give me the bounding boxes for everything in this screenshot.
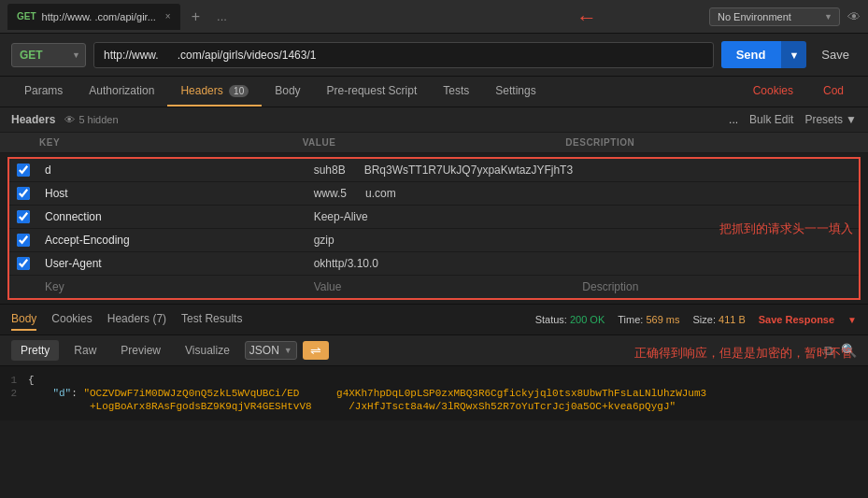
row-value-2: Keep-Alive [314, 210, 583, 223]
line-number-3 [0, 401, 28, 412]
nav-tabs-right: Cookies Cod [740, 77, 857, 107]
row-checkbox-2[interactable] [17, 210, 30, 223]
bottom-tab-headers[interactable]: Headers (7) [107, 308, 166, 331]
row-value-4: okhttp/3.10.0 [314, 257, 583, 270]
save-response-button[interactable]: Save Response [759, 314, 834, 325]
table-row: Accept-Encoding gzip [9, 229, 859, 252]
col-key: KEY [39, 137, 303, 148]
tab-headers[interactable]: Headers 10 [167, 77, 262, 107]
bottom-tab-cookies[interactable]: Cookies [51, 308, 92, 331]
row-checkbox-4[interactable] [17, 257, 30, 270]
table-row: Connection Keep-Alive [9, 206, 859, 229]
code-line-1: 1 { [0, 374, 868, 387]
tab-cookies[interactable]: Cookies [740, 77, 806, 107]
row-checkbox-0[interactable] [17, 164, 30, 177]
code-value-d-cont: +LogBoArx8RAsFgodsBZ9K9qjVR4GESHtvV8 /Jx… [90, 401, 676, 412]
section-more-icon: ... [729, 113, 738, 126]
save-response-arrow-icon: ▼ [847, 315, 857, 325]
table-row: Host www.5 u.com [9, 182, 859, 206]
tab-body[interactable]: Body [262, 77, 313, 107]
search-button[interactable]: 🔍 [841, 343, 857, 358]
time-value: 569 ms [646, 314, 679, 325]
url-input[interactable] [93, 42, 714, 68]
headers-title: Headers [11, 113, 55, 126]
top-bar: GET http://www. .com/api/gir... × + ... … [0, 0, 868, 34]
table-row: User-Agent okhttp/3.10.0 [9, 252, 859, 276]
hidden-badge: 👁 5 hidden [64, 114, 118, 125]
more-tabs-button[interactable]: ... [211, 9, 233, 23]
new-value-input[interactable] [314, 280, 583, 293]
code-key-d: "d" [52, 388, 71, 399]
eye-button[interactable]: 👁 [847, 9, 861, 24]
bottom-tab-body[interactable]: Body [11, 308, 36, 331]
new-key-input[interactable] [45, 280, 314, 293]
method-select[interactable]: GET [11, 43, 86, 67]
code-value-d: "OCZVDwF7iM0DWJzQ0nQ5zkL5WVqUBCi/ED g4XK… [83, 388, 706, 399]
line-number-2: 2 [0, 388, 28, 399]
status-label: Status: 200 OK [535, 314, 605, 325]
resp-tab-raw[interactable]: Raw [64, 340, 106, 361]
add-tab-button[interactable]: + [186, 8, 206, 25]
resp-tab-pretty[interactable]: Pretty [11, 340, 59, 361]
row-key-2: Connection [45, 210, 314, 223]
row-key-1: Host [45, 187, 314, 200]
response-annotation-text: 正确得到响应，但是是加密的，暂时不管 [634, 345, 853, 362]
resp-tab-preview[interactable]: Preview [111, 340, 170, 361]
code-line-3: +LogBoArx8RAsFgodsBZ9K9qjVR4GESHtvV8 /Jx… [0, 400, 868, 413]
topbar-right: No Environment ▼ 👁 [709, 7, 861, 26]
env-selector-wrapper: No Environment ▼ [709, 7, 840, 26]
code-line-2: 2 "d": "OCZVDwF7iM0DWJzQ0nQ5zkL5WVqUBCi/… [0, 387, 868, 400]
headers-section-bar: Headers 👁 5 hidden ... Bulk Edit Presets… [0, 107, 868, 133]
response-toolbar: Pretty Raw Preview Visualize JSON XML HT… [0, 335, 868, 366]
bottom-nav: Body Cookies Headers (7) Test Results St… [0, 304, 868, 335]
tab-params[interactable]: Params [11, 77, 76, 107]
row-checkbox-3[interactable] [17, 234, 30, 247]
eye-icon: 👁 [64, 114, 75, 125]
bottom-tab-test-results[interactable]: Test Results [181, 308, 242, 331]
format-select-wrapper: JSON XML HTML Text ▼ [245, 341, 297, 360]
env-select[interactable]: No Environment [709, 7, 840, 26]
status-value: 200 OK [570, 314, 605, 325]
tab-url-label: http://www. .com/api/gir... [42, 11, 156, 22]
presets-button[interactable]: Presets ▼ [804, 113, 857, 126]
tab-close-icon[interactable]: × [165, 11, 171, 21]
tab-settings[interactable]: Settings [482, 77, 548, 107]
send-button[interactable]: Send [721, 41, 781, 68]
format-arrow-icon: ▼ [284, 346, 292, 355]
table-row: d suh8B BRq3WsTT1R7UkJQ7yxpaKwtazJYFjhT3 [9, 159, 859, 182]
time-label: Time: 569 ms [618, 314, 679, 325]
headers-table: d suh8B BRq3WsTT1R7UkJQ7yxpaKwtazJYFjhT3… [7, 157, 861, 300]
line-content-2: "d": "OCZVDwF7iM0DWJzQ0nQ5zkL5WVqUBCi/ED… [28, 388, 706, 399]
empty-row [9, 276, 859, 298]
tab-authorization[interactable]: Authorization [76, 77, 167, 107]
row-value-0: suh8B BRq3WsTT1R7UkJQ7yxpaKwtazJYFjhT3 [314, 164, 583, 177]
size-label: Size: 411 B [692, 314, 745, 325]
method-wrapper: GET ▼ [11, 43, 86, 67]
format-select[interactable]: JSON XML HTML Text [249, 344, 280, 357]
tab-prerequest[interactable]: Pre-request Script [314, 77, 431, 107]
hidden-count-label: 5 hidden [78, 114, 118, 125]
save-button[interactable]: Save [814, 43, 857, 66]
response-code-area: 1 { 2 "d": "OCZVDwF7iM0DWJzQ0nQ5zkL5WVqU… [0, 366, 868, 420]
tab-cod[interactable]: Cod [810, 77, 857, 107]
copy-button[interactable]: ⧉ [824, 343, 833, 359]
nav-tabs: Params Authorization Headers 10 Body Pre… [0, 77, 868, 107]
tab-method-badge: GET [17, 11, 36, 21]
response-toolbar-right: ⧉ 🔍 [824, 343, 857, 359]
row-value-1: www.5 u.com [314, 187, 583, 200]
size-value: 411 B [719, 314, 746, 325]
line-number-1: 1 [0, 375, 28, 386]
tab-tests[interactable]: Tests [430, 77, 482, 107]
table-header: KEY VALUE DESCRIPTION [0, 133, 868, 153]
wrap-button[interactable]: ⇌ [303, 341, 329, 360]
row-key-4: User-Agent [45, 257, 314, 270]
bottom-status: Status: 200 OK Time: 569 ms Size: 411 B … [535, 314, 857, 325]
bulk-edit-button[interactable]: Bulk Edit [749, 113, 793, 126]
row-checkbox-1[interactable] [17, 187, 30, 200]
active-tab[interactable]: GET http://www. .com/api/gir... × [7, 4, 180, 30]
headers-badge: 10 [229, 85, 249, 97]
resp-tab-visualize[interactable]: Visualize [176, 340, 239, 361]
send-dropdown-button[interactable]: ▼ [780, 41, 806, 68]
col-value: VALUE [303, 137, 566, 148]
new-desc-input[interactable] [582, 280, 851, 293]
